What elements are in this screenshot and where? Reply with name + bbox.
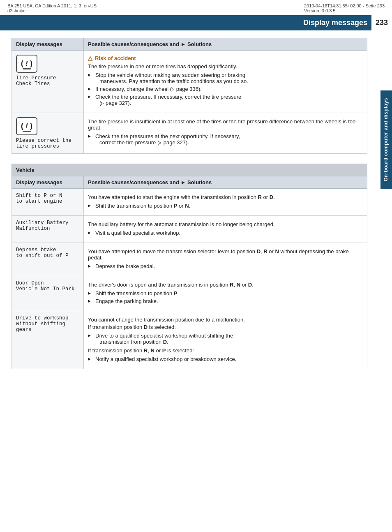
table-row: (!) Tire PressureCheck Tires △ Risk of a… (12, 51, 367, 113)
tire-underline (23, 68, 31, 69)
table1-col2-header: Possible causes/consequences and ► Solut… (84, 38, 367, 51)
shift-desc: You have attempted to start the engine w… (88, 194, 363, 200)
tire-desc2: The tire pressure is insufficient in at … (88, 118, 363, 131)
tire-pressure-solutions: △ Risk of accident The tire pressure in … (84, 51, 367, 113)
tire-msg1: Tire PressureCheck Tires (16, 75, 56, 87)
workshop-bullets2: Notify a qualified specialist workshop o… (88, 355, 363, 363)
list-item: Visit a qualified specialist workshop. (88, 229, 363, 237)
tire-bullets1: Stop the vehicle without making any sudd… (88, 71, 363, 107)
display-msg-workshop: Drive to workshopwithout shiftinggears (12, 311, 84, 369)
brake-desc: You have attempted to move the transmiss… (88, 248, 363, 261)
workshop-solutions: You cannot change the transmission posit… (84, 311, 367, 369)
shift-solutions: You have attempted to start the engine w… (84, 189, 367, 216)
tire-underline2 (23, 131, 31, 132)
battery-bullets: Visit a qualified specialist workshop. (88, 229, 363, 237)
risk-warning: △ Risk of accident (88, 55, 363, 61)
table-row: Auxiliary BatteryMalfunction The auxilia… (12, 216, 367, 243)
header-right: 2010-04-16T14:31:55+02:00 - Seite 233 Ve… (304, 3, 385, 13)
tire-correct-solutions: The tire pressure is insufficient in at … (84, 113, 367, 154)
table-row: (!) Please correct thetire pressures The… (12, 113, 367, 154)
title-text: Display messages (303, 19, 367, 27)
battery-solutions: The auxiliary battery for the automatic … (84, 216, 367, 243)
tire-desc1: The tire pressure in one or more tires h… (88, 63, 363, 69)
tire-pressure-icon2: (!) (16, 117, 37, 135)
display-msg-shift: Shift to P or Nto start engine (12, 189, 84, 216)
header-left-top: BA 251 USA, CA Edition A 2011; 1; 3, en-… (7, 3, 97, 8)
display-msg-brake: Depress braketo shift out of P (12, 243, 84, 276)
workshop-desc2: If transmission position D is selected: (88, 324, 363, 330)
display-msg-door: Door OpenVehicle Not In Park (12, 276, 84, 311)
vehicle-col1-header: Display messages (12, 176, 84, 189)
vehicle-section-heading: Vehicle (12, 164, 367, 176)
header-left: BA 251 USA, CA Edition A 2011; 1; 3, en-… (7, 3, 97, 13)
list-item: Notify a qualified specialist workshop o… (88, 355, 363, 363)
table-row: Depress braketo shift out of P You have … (12, 243, 367, 276)
risk-warning-label: Risk of accident (95, 55, 136, 61)
tire-pressure-table: Display messages Possible causes/consequ… (12, 38, 367, 154)
exclaim-icon: ( (20, 60, 25, 68)
vehicle-table-header-row: Display messages Possible causes/consequ… (12, 176, 367, 189)
title-bar: Display messages 233 (0, 15, 392, 30)
list-item: Check the tire pressure. If necessary, c… (88, 93, 363, 107)
warning-triangle-icon: △ (88, 55, 92, 61)
vehicle-section-label: Vehicle (12, 164, 367, 176)
list-item: Stop the vehicle without making any sudd… (88, 71, 363, 85)
side-tab-text: On-board computer and displays (383, 98, 389, 181)
brake-solutions: You have attempted to move the transmiss… (84, 243, 367, 276)
table-row: Drive to workshopwithout shiftinggears Y… (12, 311, 367, 369)
list-item: Depress the brake pedal. (88, 262, 363, 270)
display-msg-battery: Auxiliary BatteryMalfunction (12, 216, 84, 243)
header-right-bottom: Version: 3.0.3.5 (304, 8, 385, 13)
display-msg-tire2: (!) Please correct thetire pressures (12, 113, 84, 154)
list-item: If necessary, change the wheel (▹ page 3… (88, 85, 363, 93)
door-solutions: The driver's door is open and the transm… (84, 276, 367, 311)
main-content: Display messages Possible causes/consequ… (0, 30, 392, 386)
table1-col1-header: Display messages (12, 38, 84, 51)
header-left-bottom: d2sboike (7, 8, 97, 13)
tire-msg2: Please correct thetire pressures (16, 138, 71, 149)
tire-bullets2: Check the tire pressures at the next opp… (88, 132, 363, 146)
battery-desc: The auxiliary battery for the automatic … (88, 221, 363, 227)
brake-bullets: Depress the brake pedal. (88, 262, 363, 270)
door-desc: The driver's door is open and the transm… (88, 282, 363, 288)
side-tab: On-board computer and displays (380, 90, 392, 189)
shift-bullets: Shift the transmission to position P or … (88, 202, 363, 210)
workshop-bullets1: Drive to a qualified specialist workshop… (88, 332, 363, 346)
workshop-desc1: You cannot change the transmission posit… (88, 317, 363, 323)
tire-pressure-icon: (!) (16, 55, 37, 73)
vehicle-col2-header: Possible causes/consequences and ► Solut… (84, 176, 367, 189)
list-item: Shift the transmission to position P or … (88, 202, 363, 210)
workshop-desc3: If transmission position R, N or P is se… (88, 347, 363, 354)
vehicle-table: Vehicle Display messages Possible causes… (12, 164, 367, 369)
table-row: Door OpenVehicle Not In Park The driver'… (12, 276, 367, 311)
table-row: Shift to P or Nto start engine You have … (12, 189, 367, 216)
list-item: Check the tire pressures at the next opp… (88, 132, 363, 146)
door-bullets: Shift the transmission to position P. En… (88, 289, 363, 305)
list-item: Engage the parking brake. (88, 297, 363, 305)
page-number: 233 (371, 15, 392, 30)
page-header: BA 251 USA, CA Edition A 2011; 1; 3, en-… (0, 0, 392, 15)
list-item: Drive to a qualified specialist workshop… (88, 332, 363, 346)
header-right-top: 2010-04-16T14:31:55+02:00 - Seite 233 (304, 3, 385, 8)
display-msg-tire1: (!) Tire PressureCheck Tires (12, 51, 84, 113)
list-item: Shift the transmission to position P. (88, 289, 363, 297)
